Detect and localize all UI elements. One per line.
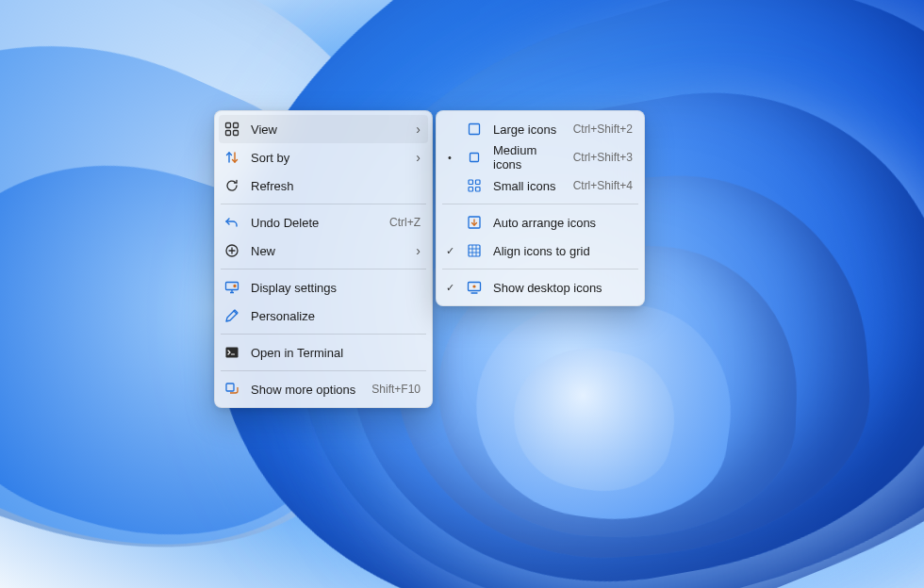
submenu-item-medium-icons[interactable]: • Medium icons Ctrl+Shift+3 — [440, 143, 640, 172]
submenu-item-auto-arrange[interactable]: Auto arrange icons — [440, 208, 640, 237]
menu-separator — [221, 334, 426, 335]
svg-rect-3 — [234, 131, 239, 136]
menu-item-label: Small icons — [493, 179, 562, 193]
menu-separator — [221, 370, 426, 371]
menu-item-shortcut: Ctrl+Shift+4 — [573, 179, 633, 192]
view-icon — [224, 122, 239, 137]
align-grid-icon — [467, 243, 482, 258]
menu-item-label: Display settings — [251, 281, 421, 295]
menu-item-label: Show desktop icons — [493, 281, 633, 295]
small-icons-icon — [467, 178, 482, 193]
menu-item-sort-by[interactable]: Sort by › — [219, 143, 428, 172]
menu-separator — [221, 204, 426, 204]
svg-rect-1 — [234, 123, 239, 128]
svg-rect-14 — [476, 188, 481, 192]
menu-item-show-more-options[interactable]: Show more options Shift+F10 — [219, 375, 428, 403]
menu-item-label: Large icons — [493, 122, 562, 137]
chevron-right-icon: › — [416, 151, 421, 164]
personalize-icon — [224, 308, 239, 323]
menu-item-display-settings[interactable]: Display settings — [219, 273, 428, 302]
show-more-icon — [224, 382, 239, 397]
view-submenu: Large icons Ctrl+Shift+2 • Medium icons … — [436, 110, 645, 306]
svg-rect-10 — [470, 154, 479, 162]
menu-item-new[interactable]: New › — [219, 237, 428, 265]
menu-item-undo-delete[interactable]: Undo Delete Ctrl+Z — [219, 208, 428, 237]
menu-item-label: Auto arrange icons — [493, 216, 633, 230]
svg-point-18 — [472, 285, 475, 287]
menu-item-label: New — [251, 244, 404, 258]
medium-icons-icon — [467, 150, 482, 165]
menu-item-label: Align icons to grid — [493, 244, 633, 258]
svg-rect-8 — [226, 384, 234, 391]
svg-rect-9 — [470, 124, 480, 135]
menu-item-personalize[interactable]: Personalize — [219, 302, 428, 330]
radio-indicator: • — [444, 152, 455, 163]
chevron-right-icon: › — [416, 244, 421, 257]
menu-item-shortcut: Shift+F10 — [371, 383, 421, 396]
sort-icon — [224, 150, 239, 165]
desktop-context-menu: View › Sort by › Refresh Undo Delete Ctr… — [214, 110, 433, 408]
menu-item-refresh[interactable]: Refresh — [219, 172, 428, 200]
menu-item-label: Medium icons — [493, 143, 562, 172]
menu-separator — [221, 269, 426, 270]
menu-item-label: Personalize — [251, 309, 421, 323]
menu-item-shortcut: Ctrl+Z — [389, 216, 421, 229]
display-settings-icon — [224, 280, 239, 295]
check-indicator: ✓ — [444, 245, 455, 257]
submenu-item-show-desktop-icons[interactable]: ✓ Show desktop icons — [440, 273, 640, 302]
menu-item-shortcut: Ctrl+Shift+3 — [573, 151, 633, 164]
menu-item-label: Sort by — [251, 151, 404, 165]
large-icons-icon — [467, 122, 482, 137]
terminal-icon — [224, 345, 239, 360]
submenu-item-align-to-grid[interactable]: ✓ Align icons to grid — [440, 237, 640, 265]
menu-item-view[interactable]: View › — [219, 115, 428, 143]
menu-item-label: View — [251, 122, 404, 137]
new-icon — [224, 243, 239, 258]
svg-rect-16 — [469, 245, 480, 256]
menu-item-label: Refresh — [251, 179, 421, 193]
svg-rect-13 — [469, 188, 473, 192]
svg-rect-7 — [226, 348, 239, 358]
auto-arrange-icon — [467, 215, 482, 230]
refresh-icon — [224, 178, 239, 193]
undo-icon — [224, 215, 239, 230]
submenu-item-small-icons[interactable]: Small icons Ctrl+Shift+4 — [440, 172, 640, 200]
svg-rect-12 — [476, 180, 481, 185]
menu-item-open-terminal[interactable]: Open in Terminal — [219, 338, 428, 367]
desktop-icons-icon — [467, 280, 482, 295]
check-indicator: ✓ — [444, 282, 455, 294]
svg-rect-2 — [226, 131, 231, 136]
svg-rect-0 — [226, 123, 231, 128]
chevron-right-icon: › — [416, 122, 421, 136]
menu-item-shortcut: Ctrl+Shift+2 — [573, 122, 633, 136]
menu-separator — [442, 269, 638, 270]
submenu-item-large-icons[interactable]: Large icons Ctrl+Shift+2 — [440, 115, 640, 143]
menu-item-label: Undo Delete — [251, 216, 378, 230]
menu-separator — [442, 204, 638, 204]
svg-rect-11 — [469, 180, 473, 185]
menu-item-label: Open in Terminal — [251, 346, 421, 360]
menu-item-label: Show more options — [251, 383, 360, 397]
svg-point-6 — [234, 286, 236, 287]
